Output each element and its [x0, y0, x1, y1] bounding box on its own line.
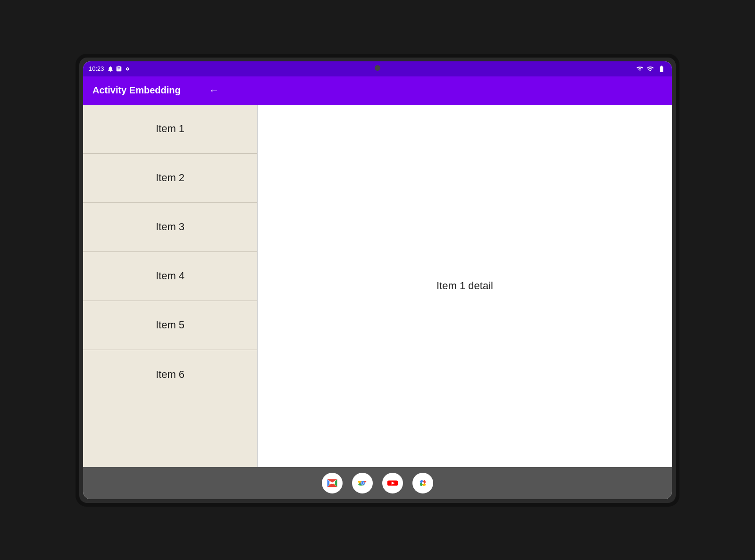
photos-app-icon[interactable]: [412, 473, 433, 493]
clipboard-icon: [116, 66, 122, 72]
gmail-app-icon[interactable]: [322, 473, 343, 493]
chrome-svg: [356, 476, 369, 490]
gmail-svg: [326, 476, 339, 490]
main-content: Item 1 Item 2 Item 3 Item 4 Item 5 Item …: [83, 105, 672, 467]
list-panel: Item 1 Item 2 Item 3 Item 4 Item 5 Item …: [83, 105, 258, 467]
status-icons: [107, 66, 131, 72]
svg-point-10: [422, 482, 424, 484]
list-item-label: Item 2: [156, 172, 185, 184]
notification-icon: [107, 66, 114, 72]
taskbar: [83, 467, 672, 499]
youtube-app-icon[interactable]: [382, 473, 403, 493]
detail-text: Item 1 detail: [436, 280, 493, 292]
list-item-label: Item 5: [156, 319, 185, 331]
wifi-icon: [636, 65, 644, 73]
detail-panel: Item 1 detail: [258, 105, 672, 467]
list-item[interactable]: Item 1: [83, 105, 257, 154]
status-time: 10:23: [89, 65, 104, 72]
list-item-label: Item 3: [156, 221, 185, 233]
app-bar: Activity Embedding ←: [83, 76, 672, 105]
status-bar-left: 10:23: [89, 65, 131, 72]
list-item-label: Item 6: [156, 368, 185, 381]
list-item[interactable]: Item 6: [83, 350, 257, 399]
chrome-app-icon[interactable]: [352, 473, 373, 493]
list-item[interactable]: Item 3: [83, 203, 257, 252]
status-bar-right: [636, 65, 666, 73]
list-item[interactable]: Item 4: [83, 252, 257, 301]
list-item-label: Item 1: [156, 123, 185, 135]
photos-svg: [416, 476, 429, 490]
svg-point-5: [361, 482, 363, 484]
settings-small-icon: [124, 66, 131, 72]
signal-icon: [646, 65, 654, 73]
youtube-svg: [386, 476, 399, 490]
tablet-frame: 10:23: [76, 54, 680, 507]
tablet-screen: 10:23: [83, 61, 672, 499]
back-button[interactable]: ←: [209, 84, 219, 97]
battery-icon: [657, 65, 666, 73]
list-item[interactable]: Item 5: [83, 301, 257, 350]
app-bar-title: Activity Embedding: [92, 85, 181, 96]
list-item-label: Item 4: [156, 270, 185, 282]
camera: [375, 65, 380, 71]
list-item[interactable]: Item 2: [83, 154, 257, 203]
